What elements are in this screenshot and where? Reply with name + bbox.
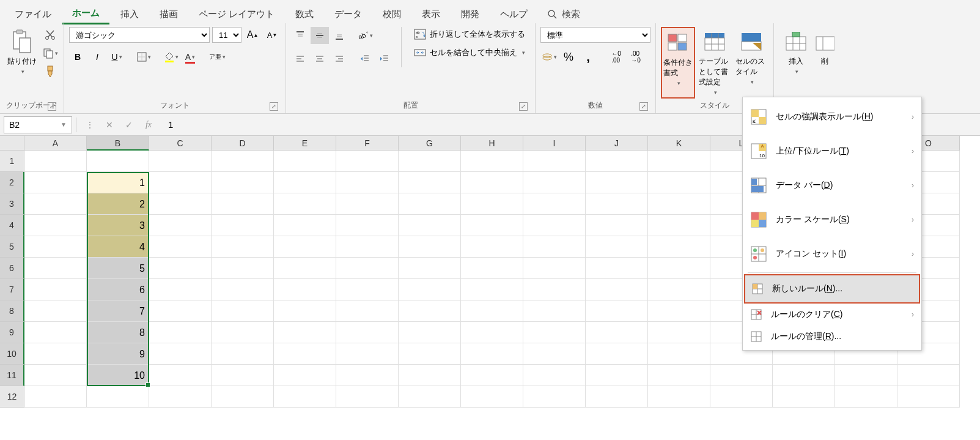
cell[interactable] xyxy=(648,172,710,193)
cell[interactable] xyxy=(24,279,87,300)
cf-color-scales[interactable]: カラー スケール(S) › xyxy=(743,203,921,237)
select-all-corner[interactable] xyxy=(0,136,24,151)
cell[interactable] xyxy=(274,386,336,408)
column-header[interactable]: J xyxy=(586,136,648,151)
cell[interactable] xyxy=(24,322,87,343)
cell[interactable] xyxy=(648,215,710,236)
cell[interactable] xyxy=(399,236,461,258)
cell[interactable] xyxy=(149,258,212,279)
cell[interactable] xyxy=(399,300,461,322)
cell[interactable] xyxy=(212,386,274,408)
orientation-button[interactable]: ab xyxy=(356,27,374,44)
cell[interactable] xyxy=(399,365,461,386)
increase-font-button[interactable]: A▲ xyxy=(244,27,261,43)
name-box[interactable]: B2▼ xyxy=(4,116,72,133)
cell[interactable] xyxy=(149,151,212,172)
align-bottom-button[interactable] xyxy=(330,27,348,44)
font-size-select[interactable]: 11 xyxy=(212,27,241,43)
cell[interactable] xyxy=(336,151,399,172)
cell[interactable] xyxy=(523,322,586,343)
cell[interactable] xyxy=(586,365,648,386)
column-header[interactable]: C xyxy=(149,136,212,151)
decrease-font-button[interactable]: A▼ xyxy=(263,27,281,43)
align-top-button[interactable] xyxy=(291,27,309,44)
cell[interactable] xyxy=(523,279,586,300)
cell[interactable] xyxy=(274,193,336,215)
cf-manage-rules[interactable]: ルールの管理(R)... xyxy=(743,326,921,348)
delete-cells-button[interactable]: 削 xyxy=(816,27,834,78)
cell[interactable]: 7 xyxy=(87,300,149,322)
cell[interactable] xyxy=(523,386,586,408)
cell[interactable] xyxy=(212,279,274,300)
cell[interactable] xyxy=(149,279,212,300)
cell[interactable] xyxy=(648,343,710,365)
cell[interactable] xyxy=(212,300,274,322)
cell[interactable] xyxy=(336,279,399,300)
tab-file[interactable]: ファイル xyxy=(5,5,61,24)
cell[interactable] xyxy=(274,279,336,300)
cell[interactable]: 8 xyxy=(87,322,149,343)
cell[interactable] xyxy=(586,193,648,215)
cell[interactable] xyxy=(648,365,710,386)
cell-styles-button[interactable]: セルのスタイル xyxy=(734,27,768,99)
cell[interactable] xyxy=(586,172,648,193)
row-header[interactable]: 3 xyxy=(0,193,24,215)
border-button[interactable] xyxy=(135,49,152,65)
cell[interactable] xyxy=(586,151,648,172)
cut-button[interactable] xyxy=(42,27,59,43)
column-header[interactable]: B xyxy=(87,136,149,151)
cell[interactable] xyxy=(523,215,586,236)
number-launcher[interactable]: ⤢ xyxy=(639,102,648,111)
cell[interactable] xyxy=(461,215,523,236)
cell[interactable] xyxy=(149,322,212,343)
cell[interactable] xyxy=(274,343,336,365)
cell[interactable] xyxy=(149,215,212,236)
cell[interactable] xyxy=(648,236,710,258)
row-header[interactable]: 11 xyxy=(0,365,24,386)
cell[interactable] xyxy=(586,322,648,343)
copy-button[interactable] xyxy=(42,45,59,61)
cell[interactable] xyxy=(149,343,212,365)
format-as-table-button[interactable]: テーブルとして書式設定 xyxy=(698,27,732,99)
tab-help[interactable]: ヘルプ xyxy=(490,5,537,24)
font-name-select[interactable]: 游ゴシック xyxy=(69,27,210,43)
cell[interactable] xyxy=(336,322,399,343)
cell[interactable] xyxy=(274,172,336,193)
cell[interactable] xyxy=(586,236,648,258)
row-header[interactable]: 2 xyxy=(0,172,24,193)
cell[interactable] xyxy=(336,300,399,322)
cell[interactable] xyxy=(87,386,149,408)
row-header[interactable]: 9 xyxy=(0,322,24,343)
cell[interactable] xyxy=(523,172,586,193)
cell[interactable] xyxy=(399,322,461,343)
cell[interactable] xyxy=(149,172,212,193)
cell[interactable] xyxy=(399,258,461,279)
align-middle-button[interactable] xyxy=(311,27,329,44)
percent-button[interactable]: % xyxy=(560,49,577,65)
format-painter-button[interactable] xyxy=(42,64,59,80)
cell[interactable] xyxy=(336,236,399,258)
phonetic-button[interactable]: ア亜 xyxy=(208,49,226,65)
cell[interactable] xyxy=(523,236,586,258)
cell[interactable] xyxy=(24,172,87,193)
cf-icon-sets[interactable]: アイコン セット(I) › xyxy=(743,237,921,271)
cell[interactable] xyxy=(212,151,274,172)
cell[interactable] xyxy=(523,365,586,386)
enter-button[interactable]: ✓ xyxy=(120,116,138,133)
cell[interactable] xyxy=(461,151,523,172)
insert-function-button[interactable]: fx xyxy=(140,116,157,133)
fill-color-button[interactable] xyxy=(162,49,179,65)
tab-insert[interactable]: 挿入 xyxy=(111,5,149,24)
cell[interactable] xyxy=(461,365,523,386)
row-header[interactable]: 1 xyxy=(0,151,24,172)
cell[interactable] xyxy=(336,172,399,193)
cell[interactable] xyxy=(523,193,586,215)
cell[interactable] xyxy=(212,322,274,343)
cell[interactable] xyxy=(897,386,960,408)
column-header[interactable]: E xyxy=(274,136,336,151)
cell[interactable] xyxy=(461,343,523,365)
cell[interactable] xyxy=(336,365,399,386)
cell[interactable] xyxy=(274,300,336,322)
column-header[interactable]: A xyxy=(24,136,87,151)
cell[interactable] xyxy=(149,300,212,322)
